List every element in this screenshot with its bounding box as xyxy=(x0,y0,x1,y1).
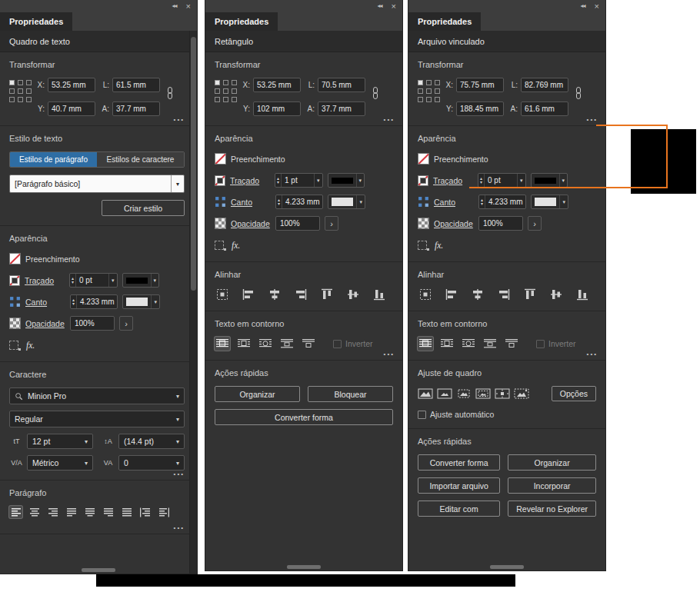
organize-button[interactable]: Organizar xyxy=(508,454,596,471)
align-left-icon[interactable] xyxy=(241,288,256,301)
fit-frame-to-content-icon[interactable] xyxy=(456,387,472,401)
import-file-button[interactable]: Importar arquivo xyxy=(418,477,500,494)
fit-content-proportionally-icon[interactable] xyxy=(437,387,452,401)
create-style-button[interactable]: Criar estilo xyxy=(102,200,185,216)
stroke-weight-field[interactable]: ▴▾ 0 pt ▾ xyxy=(478,173,526,188)
para-justify-all-icon[interactable] xyxy=(120,506,133,518)
more-options-icon[interactable]: ••• xyxy=(174,471,185,477)
close-panel-icon[interactable]: × xyxy=(392,2,396,11)
fill-frame-proportionally-icon[interactable] xyxy=(418,387,433,401)
wrap-none-icon[interactable] xyxy=(418,337,433,351)
align-bottom-icon[interactable] xyxy=(372,288,387,301)
wrap-jump-object-icon[interactable] xyxy=(482,337,498,351)
tab-propriedades[interactable]: Propriedades xyxy=(0,12,72,31)
reference-point-grid[interactable] xyxy=(215,80,237,102)
para-align-away-spine-icon[interactable] xyxy=(157,506,170,518)
corner-icon[interactable] xyxy=(215,196,226,208)
horizontal-scrollbar[interactable] xyxy=(490,565,524,569)
collapse-panel-icon[interactable]: ◂◂ xyxy=(172,3,177,9)
stroke-label[interactable]: Traçado xyxy=(25,276,65,285)
fill-none-swatch-icon[interactable] xyxy=(9,253,21,264)
paragraph-style-dropdown[interactable]: [Parágrafo básico] ▾ xyxy=(9,175,185,193)
constrain-proportions-icon[interactable] xyxy=(165,86,175,100)
chevron-down-icon[interactable]: ▾ xyxy=(517,174,525,187)
stepper-icon[interactable]: ▴▾ xyxy=(276,195,282,208)
stepper-icon[interactable]: ▴▾ xyxy=(478,174,485,187)
embed-button[interactable]: Incorporar xyxy=(508,477,596,494)
lock-button[interactable]: Bloquear xyxy=(308,386,393,402)
opacity-label[interactable]: Opacidade xyxy=(434,219,474,228)
reference-point-grid[interactable] xyxy=(418,80,440,102)
object-style-icon[interactable] xyxy=(418,241,427,250)
chevron-down-icon[interactable]: ▾ xyxy=(314,174,322,187)
stepper-icon[interactable]: ▴▾ xyxy=(70,274,76,287)
center-content-icon[interactable] xyxy=(495,387,510,401)
kerning-field[interactable]: Métrico ▾ xyxy=(27,455,93,471)
stepper-icon[interactable]: ▴▾ xyxy=(71,295,77,308)
stroke-label[interactable]: Traçado xyxy=(433,176,473,185)
width-value-field[interactable]: 70.5 mm xyxy=(318,78,365,92)
stroke-style-dropdown[interactable]: ▾ xyxy=(531,173,568,188)
align-horizontal-center-icon[interactable] xyxy=(470,288,485,301)
align-right-icon[interactable] xyxy=(293,288,308,301)
align-right-icon[interactable] xyxy=(496,288,512,301)
tab-character-styles[interactable]: Estilos de caractere xyxy=(97,152,184,167)
align-top-icon[interactable] xyxy=(522,288,538,301)
more-options-icon[interactable]: ••• xyxy=(174,524,185,531)
align-top-icon[interactable] xyxy=(319,288,335,301)
more-options-icon[interactable]: ••• xyxy=(587,116,598,123)
leading-field[interactable]: (14.4 pt) ▾ xyxy=(118,434,185,449)
horizontal-scrollbar[interactable] xyxy=(287,565,321,569)
constrain-proportions-icon[interactable] xyxy=(574,86,583,100)
corner-style-dropdown[interactable]: ▾ xyxy=(531,195,568,209)
more-options-icon[interactable]: ••• xyxy=(384,116,395,123)
height-value-field[interactable]: 37.7 mm xyxy=(318,101,365,116)
opacity-expand-button[interactable]: › xyxy=(528,216,542,231)
font-family-dropdown[interactable]: Minion Pro ▾ xyxy=(9,387,185,404)
fx-effects-button[interactable]: fx. xyxy=(435,241,443,250)
corner-radius-field[interactable]: ▴▾ 4.233 mm xyxy=(478,195,526,209)
convert-shape-button[interactable]: Converter forma xyxy=(418,454,500,471)
stroke-style-dropdown[interactable]: ▾ xyxy=(122,273,160,288)
opacity-field[interactable]: 100% xyxy=(478,216,523,231)
tab-propriedades[interactable]: Propriedades xyxy=(205,12,278,31)
tab-propriedades[interactable]: Propriedades xyxy=(408,12,481,31)
wrap-jump-object-icon[interactable] xyxy=(279,337,295,351)
fit-content-to-frame-icon[interactable] xyxy=(475,387,491,401)
height-value-field[interactable]: 61.6 mm xyxy=(521,101,568,116)
align-vertical-center-icon[interactable] xyxy=(345,288,361,301)
para-align-right-icon[interactable] xyxy=(46,506,59,518)
stroke-weight-field[interactable]: ▴▾ 1 pt ▾ xyxy=(275,173,323,188)
para-align-center-icon[interactable] xyxy=(28,506,41,518)
corner-label[interactable]: Canto xyxy=(25,298,65,307)
para-justify-right-icon[interactable] xyxy=(102,506,115,518)
corner-icon[interactable] xyxy=(9,296,21,308)
stroke-swatch-icon[interactable] xyxy=(418,175,428,186)
collapse-panel-icon[interactable]: ◂◂ xyxy=(581,3,585,9)
wrap-jump-next-column-icon[interactable] xyxy=(301,337,316,351)
close-panel-icon[interactable]: × xyxy=(595,2,599,11)
stroke-weight-field[interactable]: ▴▾ 0 pt ▾ xyxy=(69,273,118,288)
stepper-icon[interactable]: ▴▾ xyxy=(275,174,282,187)
more-options-icon[interactable]: ••• xyxy=(174,116,185,123)
corner-radius-field[interactable]: ▴▾ 4.233 mm xyxy=(70,294,118,309)
tracking-field[interactable]: 0 ▾ xyxy=(118,455,185,471)
fill-none-swatch-icon[interactable] xyxy=(418,153,429,165)
align-horizontal-center-icon[interactable] xyxy=(267,288,282,301)
reference-point-grid[interactable] xyxy=(9,80,32,102)
opacity-expand-button[interactable]: › xyxy=(325,216,338,231)
wrap-object-shape-icon[interactable] xyxy=(258,337,273,351)
para-align-towards-spine-icon[interactable] xyxy=(138,506,152,518)
fx-effects-button[interactable]: fx. xyxy=(26,341,35,350)
font-style-dropdown[interactable]: Regular ▾ xyxy=(9,411,185,427)
x-value-field[interactable]: 53.25 mm xyxy=(253,78,301,92)
stroke-none-swatch-icon[interactable] xyxy=(9,275,20,286)
align-vertical-center-icon[interactable] xyxy=(548,288,564,301)
align-left-icon[interactable] xyxy=(444,288,459,301)
para-justify-left-icon[interactable] xyxy=(65,506,78,518)
constrain-proportions-icon[interactable] xyxy=(371,86,380,100)
align-key-object-icon[interactable] xyxy=(418,288,433,301)
auto-fit-checkbox[interactable] xyxy=(418,411,426,419)
wrap-bounding-box-icon[interactable] xyxy=(439,337,455,351)
stroke-swatch-icon[interactable] xyxy=(215,175,225,186)
